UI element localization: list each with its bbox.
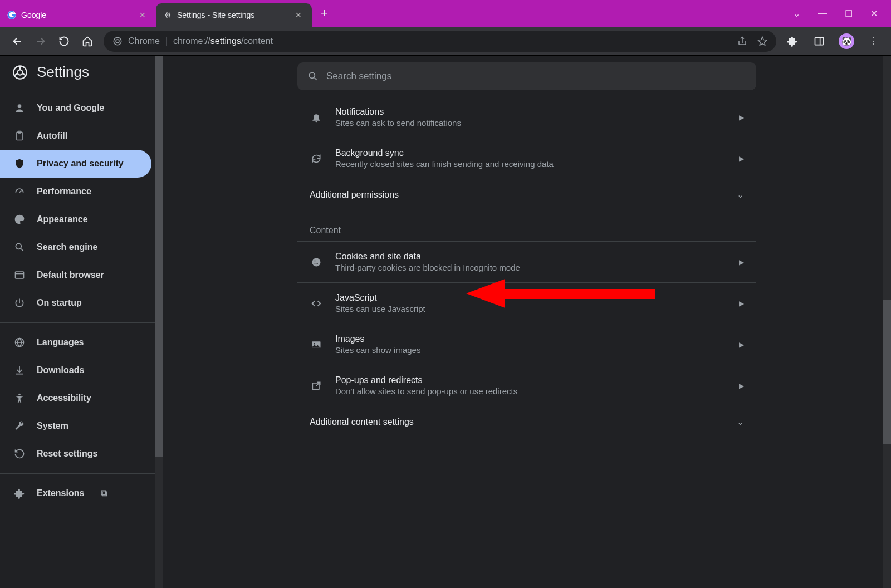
- person-icon: [13, 102, 26, 114]
- svg-point-19: [315, 263, 316, 264]
- maximize-icon[interactable]: ☐: [845, 8, 853, 19]
- svg-marker-24: [466, 279, 505, 308]
- sidebar-container: Settings You and Google Autofill Privacy…: [0, 56, 163, 588]
- svg-point-16: [312, 258, 321, 266]
- page-title: Settings: [37, 63, 89, 81]
- globe-icon: [13, 336, 26, 349]
- tab-label: Google: [21, 11, 46, 19]
- svg-point-15: [309, 72, 315, 78]
- avatar[interactable]: 🐼: [839, 33, 854, 49]
- row-additional-content[interactable]: Additional content settings ⌄: [297, 406, 756, 437]
- row-images[interactable]: ImagesSites can show images ▶: [297, 324, 756, 365]
- sidepanel-icon[interactable]: [812, 34, 826, 48]
- sidebar-item-you-and-google[interactable]: You and Google: [0, 94, 155, 122]
- sidebar-item-accessibility[interactable]: Accessibility: [0, 384, 155, 412]
- svg-point-21: [314, 343, 315, 345]
- settings-panel: NotificationsSites can ask to send notif…: [297, 97, 756, 437]
- back-icon[interactable]: [10, 34, 25, 48]
- svg-point-17: [314, 260, 315, 261]
- tab-google[interactable]: Google ✕: [0, 3, 156, 27]
- extensions-icon[interactable]: [785, 34, 800, 48]
- sidebar-item-performance[interactable]: Performance: [0, 178, 155, 205]
- sidebar-item-languages[interactable]: Languages: [0, 329, 155, 356]
- reload-icon[interactable]: [57, 34, 71, 48]
- close-window-icon[interactable]: ✕: [870, 8, 878, 19]
- sync-icon: [310, 152, 323, 165]
- svg-point-7: [18, 104, 22, 108]
- sidebar-item-autofill[interactable]: Autofill: [0, 122, 155, 150]
- close-icon[interactable]: ✕: [136, 9, 149, 21]
- url-prefix: Chrome: [128, 36, 160, 46]
- puzzle-icon: [13, 487, 26, 499]
- search-input[interactable]: [326, 71, 746, 82]
- menu-icon[interactable]: ⋮: [866, 34, 881, 48]
- settings-search[interactable]: [297, 62, 756, 90]
- row-notifications[interactable]: NotificationsSites can ask to send notif…: [297, 97, 756, 138]
- sidebar-item-downloads[interactable]: Downloads: [0, 356, 155, 384]
- launch-icon: [310, 379, 323, 393]
- palette-icon: [13, 213, 26, 226]
- sidebar-item-default-browser[interactable]: Default browser: [0, 261, 155, 289]
- sidebar-item-search-engine[interactable]: Search engine: [0, 233, 155, 261]
- divider: [0, 473, 155, 474]
- share-icon[interactable]: [737, 36, 747, 46]
- restore-icon: [13, 448, 26, 460]
- chevron-down-icon: ⌄: [737, 189, 744, 200]
- main-scrollbar[interactable]: [883, 56, 891, 588]
- bell-icon: [310, 111, 323, 124]
- sidebar-item-extensions[interactable]: Extensions⧉: [0, 479, 155, 507]
- bookmark-icon[interactable]: [757, 36, 767, 46]
- toolbar: Chrome | chrome://settings/content 🐼 ⋮: [0, 27, 891, 56]
- chevron-right-icon: ▶: [739, 341, 744, 349]
- nav: You and Google Autofill Privacy and secu…: [0, 92, 155, 507]
- sidebar-item-reset-settings[interactable]: Reset settings: [0, 440, 155, 468]
- section-content-title: Content: [297, 210, 756, 241]
- chevron-right-icon: ▶: [739, 114, 744, 121]
- svg-point-14: [18, 394, 20, 395]
- window-controls: ⌄ ― ☐ ✕: [793, 8, 885, 19]
- row-popups[interactable]: Pop-ups and redirectsDon't allow sites t…: [297, 365, 756, 406]
- svg-point-6: [17, 70, 22, 75]
- cookie-icon: [310, 256, 323, 269]
- tab-settings-active[interactable]: ⚙ Settings - Site settings ✕: [156, 3, 312, 27]
- sidebar-item-on-startup[interactable]: On startup: [0, 289, 155, 317]
- search-icon: [307, 71, 319, 82]
- chrome-page-icon: [112, 36, 123, 46]
- new-tab-button[interactable]: +: [312, 6, 337, 21]
- svg-point-1: [114, 37, 121, 45]
- home-icon[interactable]: [80, 34, 95, 48]
- titlebar: Google ✕ ⚙ Settings - Site settings ✕ + …: [0, 0, 891, 27]
- chevron-down-icon: ⌄: [737, 416, 744, 427]
- page-header: Settings: [0, 56, 155, 92]
- close-icon[interactable]: ✕: [292, 9, 305, 21]
- row-background-sync[interactable]: Background syncRecently closed sites can…: [297, 138, 756, 179]
- clipboard-icon: [13, 130, 26, 142]
- tab-label: Settings - Site settings: [177, 11, 254, 19]
- main: NotificationsSites can ask to send notif…: [163, 56, 891, 588]
- wrench-icon: [13, 420, 26, 432]
- forward-icon[interactable]: [33, 34, 48, 48]
- speed-icon: [13, 185, 26, 198]
- sidebar-item-system[interactable]: System: [0, 412, 155, 440]
- external-icon: ⧉: [101, 488, 107, 498]
- gear-icon: ⚙: [163, 10, 173, 20]
- shield-icon: [13, 158, 26, 170]
- minimize-icon[interactable]: ―: [818, 8, 827, 19]
- content: Settings You and Google Autofill Privacy…: [0, 56, 891, 588]
- svg-point-2: [116, 40, 119, 43]
- sidebar-item-privacy-security[interactable]: Privacy and security: [0, 150, 151, 178]
- row-cookies[interactable]: Cookies and site dataThird-party cookies…: [297, 241, 756, 282]
- chevron-right-icon: ▶: [739, 300, 744, 307]
- power-icon: [13, 297, 26, 309]
- image-icon: [310, 338, 323, 351]
- chrome-logo-icon: [12, 65, 28, 80]
- omnibox[interactable]: Chrome | chrome://settings/content: [104, 31, 776, 52]
- accessibility-icon: [13, 392, 26, 404]
- row-additional-permissions[interactable]: Additional permissions ⌄: [297, 179, 756, 210]
- chevron-right-icon: ▶: [739, 382, 744, 390]
- sidebar-item-appearance[interactable]: Appearance: [0, 205, 155, 233]
- divider: [0, 322, 155, 323]
- chevron-down-icon[interactable]: ⌄: [793, 8, 800, 19]
- sidebar-scrollbar[interactable]: [155, 56, 163, 588]
- svg-rect-23: [500, 289, 655, 299]
